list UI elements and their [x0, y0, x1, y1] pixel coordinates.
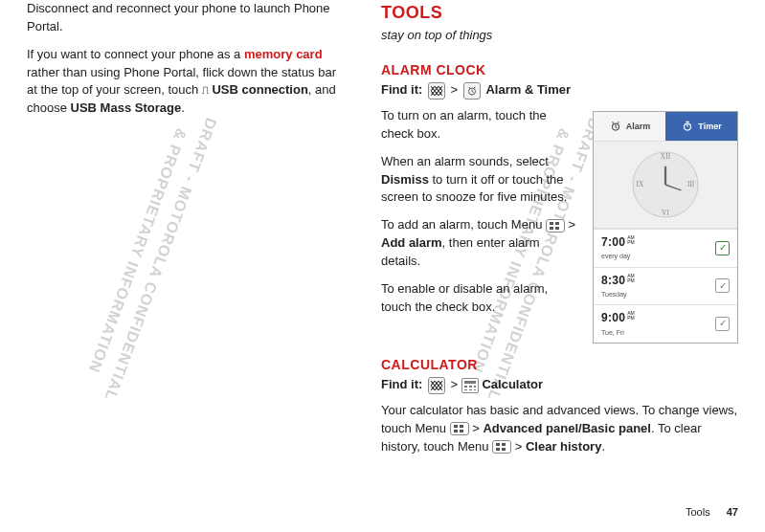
tab-timer-label: Timer [698, 121, 721, 133]
text: . [601, 439, 605, 454]
alarm-row[interactable]: 9:00AMPMTue, Fri✓ [594, 304, 737, 343]
text: . [181, 100, 185, 115]
clear-history-label: Clear history [526, 439, 601, 454]
alarm-time: 7:00 [601, 235, 625, 249]
find-it-line: Find it: > Calculator [381, 376, 738, 394]
alarm-repeat: every day [601, 252, 635, 261]
page-footer: Tools 47 [686, 505, 738, 521]
usb-icon: ⎍ [202, 83, 209, 97]
left-column: Disconnect and reconnect your phone to l… [27, 0, 343, 465]
add-alarm-label: Add alarm [381, 235, 442, 250]
body-text: If you want to connect your phone as a m… [27, 46, 343, 118]
text: If you want to connect your phone as a [27, 47, 244, 61]
alarm-ampm: AMPM [627, 274, 635, 283]
clock-face: XIIIII VIIX [594, 141, 737, 229]
find-it-line: Find it: > Alarm & Timer [381, 81, 738, 100]
tab-timer[interactable]: Timer [665, 112, 737, 141]
menu-key-icon [492, 440, 511, 454]
tools-tagline: stay on top of things [381, 27, 738, 45]
body-text: To enable or disable an alarm, touch the… [381, 280, 579, 317]
right-column: TOOLS stay on top of things ALARM CLOCK … [381, 0, 738, 465]
find-it-label: Find it: [381, 82, 422, 97]
alarm-ampm: AMPM [627, 235, 635, 245]
svg-text:III: III [687, 180, 695, 188]
usb-connection-label: USB connection [209, 82, 308, 97]
svg-text:IX: IX [636, 180, 643, 188]
svg-text:XII: XII [661, 152, 671, 161]
text: To add an alarm, touch Menu [381, 217, 546, 232]
calculator-label: Calculator [482, 377, 543, 391]
phone-mock: Alarm Timer XIIIII VIIX [593, 111, 738, 344]
menu-key-icon [546, 219, 565, 233]
alarm-time: 8:30 [601, 274, 625, 287]
alarm-checkbox[interactable]: ✓ [715, 317, 730, 331]
gt: > [451, 377, 461, 391]
menu-key-icon [450, 422, 469, 435]
gt: > [451, 82, 461, 97]
alarm-checkbox[interactable]: ✓ [715, 241, 730, 255]
text: > [565, 217, 575, 232]
alarm-row[interactable]: 8:30AMPMTuesday✓ [594, 267, 737, 305]
svg-rect-3 [686, 122, 690, 122]
alarm-ampm: AMPM [627, 311, 635, 321]
memory-card-term: memory card [244, 47, 323, 61]
body-text: Disconnect and reconnect your phone to l… [27, 0, 343, 36]
gt: > [469, 421, 484, 435]
alarm-app-icon [463, 82, 481, 100]
alarm-clock-heading: ALARM CLOCK [381, 60, 738, 79]
alarm-repeat: Tue, Fri [601, 328, 635, 338]
alarm-row[interactable]: 7:00AMPMevery day✓ [594, 229, 737, 267]
calculator-heading: CALCULATOR [381, 355, 738, 374]
tab-alarm-label: Alarm [626, 121, 651, 133]
launcher-icon [428, 377, 445, 394]
footer-section-label: Tools [686, 506, 710, 518]
calculator-app-icon [461, 378, 479, 393]
body-text: Your calculator has basic and advanced v… [381, 402, 738, 456]
body-text: To turn on an alarm, touch the check box… [381, 107, 579, 144]
page-number: 47 [727, 506, 738, 518]
launcher-icon [428, 82, 445, 100]
svg-text:VI: VI [662, 209, 669, 217]
find-it-label: Find it: [381, 377, 422, 391]
alarm-repeat: Tuesday [601, 290, 635, 299]
gt: > [511, 439, 526, 454]
text: When an alarm sounds, select [381, 154, 549, 168]
advanced-panel-label: Advanced panel/Basic panel [483, 421, 651, 435]
usb-mass-storage-label: USB Mass Storage [71, 100, 182, 115]
body-text: To add an alarm, touch Menu > Add alarm,… [381, 216, 579, 271]
tab-alarm[interactable]: Alarm [594, 112, 665, 141]
alarm-checkbox[interactable]: ✓ [715, 278, 730, 293]
body-text: When an alarm sounds, select Dismiss to … [381, 153, 579, 208]
dismiss-label: Dismiss [381, 172, 429, 187]
tools-heading: TOOLS [381, 0, 738, 25]
alarm-timer-label: Alarm & Timer [485, 82, 571, 97]
alarm-time: 9:00 [601, 311, 625, 324]
